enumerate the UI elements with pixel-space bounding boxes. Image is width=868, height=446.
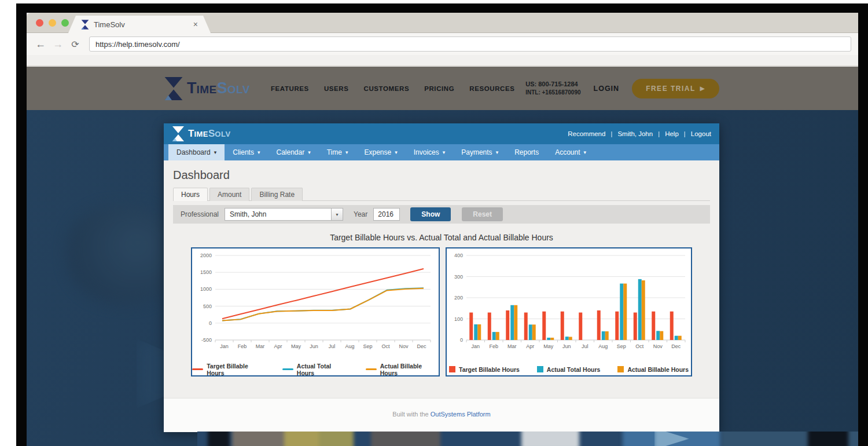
tab-panel: Professional Smith, John ▼ Year Show Res… (173, 200, 710, 376)
charts-row: -5000500100015002000JanFebMarAprMayJunJu… (173, 247, 710, 376)
legend-item-actual-billable-hours[interactable]: Actual Billable Hours (366, 363, 439, 376)
logo-text: T (187, 79, 197, 97)
year-input[interactable] (373, 208, 400, 221)
legend-swatch (449, 366, 455, 372)
marketing-nav-customers[interactable]: CUSTOMERS (364, 85, 410, 92)
marketing-nav: FEATURESUSERSCUSTOMERSPRICINGRESOURCES (271, 85, 515, 92)
legend-swatch (192, 368, 203, 370)
dashboard-tabs: HoursAmountBilling Rate (173, 188, 719, 201)
svg-text:Apr: Apr (526, 343, 534, 349)
legend-item-target-billable-hours[interactable]: Target Billable Hours (192, 363, 265, 376)
svg-text:1500: 1500 (200, 269, 212, 275)
line-chart: -5000500100015002000JanFebMarAprMayJunJu… (192, 248, 439, 359)
nav-label: Dashboard (176, 148, 211, 156)
line-chart-legend: Target Billable HoursActual Total HoursA… (192, 361, 439, 378)
back-icon[interactable]: ← (34, 38, 47, 50)
chevron-down-icon: ▾ (395, 149, 398, 155)
user-link-help[interactable]: Help (665, 130, 679, 137)
marketing-nav-users[interactable]: USERS (324, 85, 349, 92)
chevron-down-icon: ▾ (308, 149, 311, 155)
chevron-down-icon: ▾ (258, 149, 260, 155)
reload-icon[interactable]: ⟳ (68, 39, 82, 50)
tab-billing-rate[interactable]: Billing Rate (251, 188, 303, 201)
browser-toolbar: ← → ⟳ (27, 33, 858, 55)
nav-label: Payments (461, 148, 492, 156)
marketing-nav-resources[interactable]: RESOURCES (469, 85, 514, 92)
legend-item-actual-billable-hours[interactable]: Actual Billable Hours (617, 366, 689, 373)
outsystems-link[interactable]: OutSystems Platform (431, 411, 491, 418)
legend-item-target-billable-hours[interactable]: Target Billable Hours (449, 366, 520, 373)
app-nav-expense[interactable]: Expense▾ (356, 144, 405, 160)
phone-intl: INTL: +16516870090 (525, 89, 580, 97)
show-button[interactable]: Show (410, 207, 451, 221)
timesolv-logo[interactable]: TimeSolv (164, 77, 250, 100)
legend-item-actual-total-hours[interactable]: Actual Total Hours (282, 363, 348, 376)
minimize-window-button[interactable] (49, 19, 56, 27)
marketing-header-right: US: 800-715-1284 INTL: +16516870090 LOGI… (525, 79, 719, 98)
tab-hours[interactable]: Hours (173, 188, 208, 201)
app-nav-account[interactable]: Account▾ (547, 144, 594, 160)
professional-select[interactable]: Smith, John ▼ (225, 208, 343, 221)
login-link[interactable]: LOGIN (594, 85, 620, 93)
svg-text:Mar: Mar (256, 343, 265, 349)
svg-text:Jan: Jan (471, 343, 480, 349)
legend-swatch (537, 366, 543, 372)
svg-text:1000: 1000 (200, 286, 212, 292)
nav-label: Calendar (276, 148, 304, 156)
zoom-window-button[interactable] (61, 19, 69, 27)
professional-select-value: Smith, John (225, 210, 331, 218)
svg-text:Oct: Oct (381, 343, 390, 349)
separator: | (658, 130, 660, 137)
user-link-recommend[interactable]: Recommend (568, 130, 605, 137)
legend-label: Actual Total Hours (547, 366, 601, 373)
app-nav-time[interactable]: Time▾ (319, 144, 356, 160)
svg-text:200: 200 (454, 295, 463, 301)
app-footer: Built with the OutSystems Platform (164, 398, 719, 432)
bookmark-bar (27, 55, 858, 66)
reset-button[interactable]: Reset (462, 207, 503, 221)
chevron-down-icon: ▾ (584, 149, 587, 155)
tab-amount[interactable]: Amount (209, 188, 249, 201)
svg-text:2000: 2000 (200, 253, 212, 258)
legend-label: Actual Billable Hours (627, 366, 689, 373)
chart-title: Target Billable Hours vs. Actual Total a… (173, 233, 710, 242)
filter-bar: Professional Smith, John ▼ Year Show Res… (173, 205, 710, 224)
marketing-nav-pricing[interactable]: PRICING (424, 85, 454, 92)
nav-label: Clients (233, 148, 254, 156)
nav-label: Expense (364, 148, 391, 156)
svg-text:Oct: Oct (635, 343, 644, 349)
legend-swatch (617, 366, 624, 372)
chevron-down-icon[interactable]: ▼ (331, 209, 343, 220)
chevron-down-icon: ▾ (496, 149, 499, 155)
svg-text:0: 0 (460, 337, 463, 343)
svg-text:Apr: Apr (274, 343, 282, 349)
app-nav-clients[interactable]: Clients▾ (225, 144, 268, 160)
marketing-nav-features[interactable]: FEATURES (271, 85, 309, 92)
chevron-down-icon: ▾ (214, 149, 217, 155)
marketing-header: TimeSolv FEATURESUSERSCUSTOMERSPRICINGRE… (27, 67, 858, 110)
separator: | (610, 130, 612, 137)
app-nav-calendar[interactable]: Calendar▾ (268, 144, 318, 160)
legend-label: Target Billable Hours (459, 366, 520, 373)
user-link-logout[interactable]: Logout (691, 130, 711, 137)
svg-text:300: 300 (454, 274, 463, 280)
free-trial-button[interactable]: FREE TRIAL ▶ (632, 79, 719, 98)
legend-item-actual-total-hours[interactable]: Actual Total Hours (537, 366, 601, 373)
browser-tab[interactable]: TimeSolv × (68, 16, 211, 33)
chevron-down-icon: ▾ (443, 149, 446, 155)
user-link-smith-john[interactable]: Smith, John (617, 130, 653, 137)
app-nav-payments[interactable]: Payments▾ (453, 144, 506, 160)
tab-close-icon[interactable]: × (193, 20, 198, 29)
app-nav-invoices[interactable]: Invoices▾ (406, 144, 454, 160)
legend-label: Target Billable Hours (207, 363, 265, 376)
url-bar[interactable] (89, 36, 851, 52)
svg-text:Jul: Jul (582, 343, 589, 349)
app-nav-dashboard[interactable]: Dashboard▾ (168, 144, 225, 160)
svg-text:400: 400 (454, 253, 463, 258)
app-nav-reports[interactable]: Reports (506, 144, 547, 160)
bottom-photo-strip (197, 432, 858, 446)
chevron-down-icon: ▾ (345, 149, 348, 155)
close-window-button[interactable] (36, 19, 43, 27)
app-content: Dashboard HoursAmountBilling Rate Profes… (164, 160, 719, 398)
app-timesolv-logo[interactable]: TimeSolv (172, 126, 231, 141)
